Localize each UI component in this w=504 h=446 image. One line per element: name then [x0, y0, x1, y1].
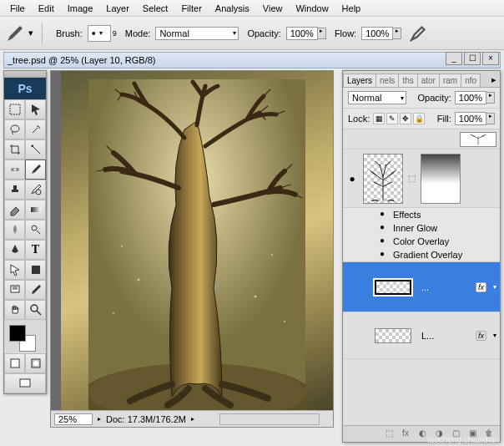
heal-tool[interactable]: [4, 160, 25, 180]
dodge-tool[interactable]: [25, 220, 46, 240]
menu-layer[interactable]: Layer: [99, 2, 136, 15]
menu-filter[interactable]: Filter: [174, 2, 208, 15]
screen-mode[interactable]: [4, 373, 46, 393]
menu-edit[interactable]: Edit: [32, 2, 61, 15]
effect-inner-glow[interactable]: Inner Glow: [393, 223, 437, 233]
close-button[interactable]: ×: [482, 52, 499, 65]
visibility-icon[interactable]: ●: [376, 236, 388, 247]
opacity-stepper[interactable]: ▸: [318, 28, 326, 39]
panel-menu-icon[interactable]: ▸: [488, 73, 500, 87]
fill-stepper[interactable]: ▸: [486, 113, 495, 124]
eraser-tool[interactable]: [4, 200, 25, 220]
lock-transparency-icon[interactable]: ▦: [373, 113, 385, 124]
link-icon[interactable]: ⬚: [408, 174, 416, 183]
brush-tool[interactable]: [25, 160, 46, 180]
layer-mask-icon[interactable]: ◐: [416, 428, 428, 440]
mask-thumb[interactable]: [421, 154, 461, 204]
fx-badge[interactable]: fx: [476, 331, 486, 341]
layer-row[interactable]: ● ⬚: [343, 150, 500, 208]
layer-style-icon[interactable]: fx: [400, 428, 411, 440]
visibility-icon[interactable]: ●: [376, 249, 388, 261]
path-select-tool[interactable]: [4, 260, 25, 280]
brush-tool-icon[interactable]: [5, 23, 25, 43]
layer-name[interactable]: ...: [421, 282, 429, 292]
link-layers-icon[interactable]: ⬚: [383, 428, 395, 440]
marquee-tool[interactable]: [4, 99, 25, 119]
blend-mode-select[interactable]: Normal▾: [348, 91, 406, 104]
visibility-icon[interactable]: [346, 134, 358, 145]
effect-color-overlay[interactable]: Color Overlay: [393, 236, 449, 246]
layer-opacity-stepper[interactable]: ▸: [486, 92, 495, 104]
slice-tool[interactable]: [25, 139, 46, 160]
gradient-tool[interactable]: [25, 200, 46, 220]
hand-tool[interactable]: [4, 300, 25, 320]
color-swatches[interactable]: [4, 320, 46, 353]
layer-thumb[interactable]: [460, 132, 496, 147]
layer-row[interactable]: [343, 129, 500, 150]
flow-stepper[interactable]: ▸: [393, 28, 401, 39]
lasso-tool[interactable]: [4, 119, 25, 139]
lock-pixels-icon[interactable]: ✎: [386, 113, 398, 124]
blur-tool[interactable]: [4, 220, 25, 240]
visibility-icon[interactable]: [346, 330, 358, 342]
visibility-icon[interactable]: ●: [376, 222, 388, 234]
fill-field[interactable]: 100%: [455, 112, 486, 125]
fx-expand-arrow[interactable]: ▾: [493, 283, 496, 291]
fx-expand-arrow[interactable]: ▾: [493, 332, 496, 339]
tab-navigator[interactable]: ator: [417, 73, 440, 87]
menu-help[interactable]: Help: [335, 2, 368, 15]
brush-preset-picker[interactable]: • ▾: [88, 25, 111, 42]
opacity-field[interactable]: 100%: [286, 27, 318, 40]
tool-preset-arrow[interactable]: ▾: [28, 28, 33, 38]
notes-tool[interactable]: [4, 280, 25, 300]
layer-row-selected[interactable]: ... fx ▾: [343, 262, 500, 312]
status-arrow[interactable]: ▸: [191, 415, 194, 423]
toolbox-handle[interactable]: [4, 71, 46, 78]
layer-row[interactable]: L... fx ▾: [343, 312, 500, 359]
layer-thumb[interactable]: [375, 280, 411, 295]
wand-tool[interactable]: [25, 119, 46, 139]
move-tool[interactable]: [25, 99, 46, 119]
visibility-icon[interactable]: ●: [346, 173, 358, 185]
canvas[interactable]: [61, 71, 333, 410]
visibility-icon[interactable]: [346, 281, 358, 293]
eyedropper-tool[interactable]: [25, 280, 46, 300]
fx-badge[interactable]: fx: [476, 282, 486, 292]
tab-info[interactable]: nfo: [461, 73, 481, 87]
menu-file[interactable]: File: [3, 2, 32, 15]
foreground-swatch[interactable]: [9, 325, 26, 342]
visibility-icon[interactable]: ●: [376, 209, 388, 220]
crop-tool[interactable]: [4, 139, 25, 160]
shape-tool[interactable]: [25, 260, 46, 280]
history-brush-tool[interactable]: [25, 180, 46, 200]
type-tool[interactable]: T: [25, 240, 46, 260]
layer-name[interactable]: L...: [421, 331, 434, 341]
lock-all-icon[interactable]: 🔒: [413, 113, 425, 124]
stamp-tool[interactable]: [4, 180, 25, 200]
menu-image[interactable]: Image: [61, 2, 100, 15]
quickmask-mode[interactable]: [25, 353, 46, 373]
effect-gradient-overlay[interactable]: Gradient Overlay: [393, 250, 462, 260]
flow-field[interactable]: 100%: [361, 27, 393, 40]
tab-histogram[interactable]: ram: [439, 73, 461, 87]
tab-layers[interactable]: Layers: [343, 73, 376, 87]
tab-paths[interactable]: ths: [398, 73, 417, 87]
airbrush-icon[interactable]: [408, 23, 428, 43]
zoom-field[interactable]: 25%: [54, 413, 93, 425]
scrollbar-horizontal[interactable]: [219, 413, 320, 425]
layer-thumb[interactable]: [375, 328, 411, 343]
menu-analysis[interactable]: Analysis: [209, 2, 256, 15]
zoom-arrow[interactable]: ▸: [98, 415, 101, 423]
layer-opacity-field[interactable]: 100%: [455, 91, 486, 104]
tab-channels[interactable]: nels: [375, 73, 399, 87]
pen-tool[interactable]: [4, 240, 25, 260]
mode-select[interactable]: Normal▾: [155, 27, 239, 40]
standard-mode[interactable]: [4, 353, 25, 373]
effects-label[interactable]: Effects: [393, 210, 421, 220]
menu-select[interactable]: Select: [136, 2, 175, 15]
menu-view[interactable]: View: [256, 2, 290, 15]
zoom-tool[interactable]: [25, 300, 46, 320]
minimize-button[interactable]: _: [446, 52, 462, 65]
maximize-button[interactable]: ☐: [464, 52, 481, 65]
menu-window[interactable]: Window: [289, 2, 335, 15]
